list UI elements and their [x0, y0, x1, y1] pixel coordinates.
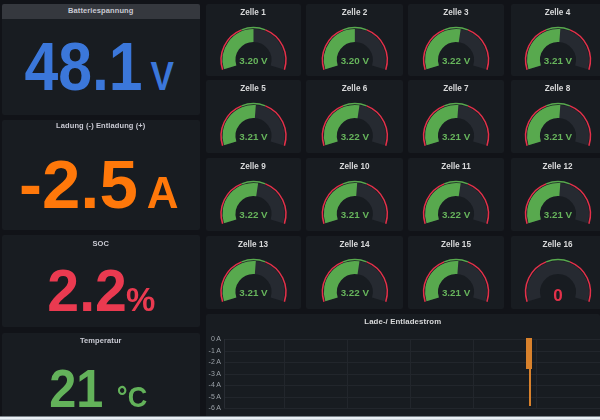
svg-text:3.22 V: 3.22 V — [340, 131, 369, 142]
svg-text:3.20 V: 3.20 V — [340, 55, 369, 66]
svg-text:3.21 V: 3.21 V — [543, 131, 572, 142]
svg-text:3.21 V: 3.21 V — [543, 209, 572, 220]
svg-text:3.21 V: 3.21 V — [340, 209, 369, 220]
svg-text:3.21 V: 3.21 V — [239, 131, 268, 142]
svg-text:3.21 V: 3.21 V — [543, 55, 572, 66]
svg-text:3.21 V: 3.21 V — [442, 131, 471, 142]
svg-text:3.22 V: 3.22 V — [442, 55, 471, 66]
svg-text:3.21 V: 3.21 V — [442, 287, 471, 298]
svg-text:3.22 V: 3.22 V — [442, 209, 471, 220]
svg-text:0: 0 — [553, 286, 562, 305]
svg-text:3.22 V: 3.22 V — [239, 209, 268, 220]
svg-text:3.21 V: 3.21 V — [239, 287, 268, 298]
svg-text:3.22 V: 3.22 V — [340, 287, 369, 298]
svg-text:3.20 V: 3.20 V — [239, 55, 268, 66]
